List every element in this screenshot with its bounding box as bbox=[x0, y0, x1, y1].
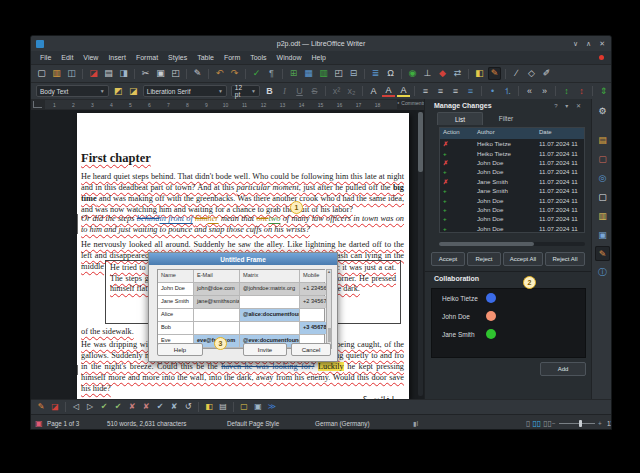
copy-icon[interactable]: ▣ bbox=[154, 67, 167, 80]
accessibility-check-icon[interactable]: ⓘ bbox=[595, 265, 610, 280]
tab-list[interactable]: List bbox=[437, 112, 483, 125]
menu-item[interactable]: Format bbox=[131, 54, 163, 61]
cut-icon[interactable]: ✂ bbox=[139, 67, 152, 80]
increase-indent-icon[interactable]: » bbox=[538, 85, 551, 98]
language-status[interactable]: German (Germany) bbox=[315, 415, 370, 430]
invite-button[interactable]: Invite bbox=[243, 343, 287, 356]
menu-item[interactable]: Tools bbox=[245, 54, 271, 61]
italic-icon[interactable]: I bbox=[278, 85, 291, 98]
record-changes-icon[interactable]: ✎ bbox=[35, 401, 47, 413]
contact-matrix-cell[interactable]: @johndoe:matrix.org bbox=[240, 283, 300, 295]
format-icon[interactable] bbox=[362, 86, 363, 96]
manage-changes-icon[interactable]: ✎ bbox=[595, 246, 610, 261]
contact-matrix-cell[interactable] bbox=[240, 296, 300, 308]
insert-image-icon[interactable]: ▦ bbox=[302, 67, 315, 80]
scrollbar-thumb[interactable] bbox=[328, 328, 332, 342]
new-document-icon[interactable]: ▢ bbox=[35, 67, 48, 80]
collaborator-row[interactable]: Heiko Tietze bbox=[432, 289, 585, 307]
insert-footnote-icon[interactable]: ⊥ bbox=[421, 67, 434, 80]
media-icon[interactable]: ▣ bbox=[595, 227, 610, 242]
collaborator-row[interactable]: Jane Smith bbox=[432, 325, 585, 343]
navigator-icon[interactable]: ◎ bbox=[595, 170, 610, 185]
underline-icon[interactable]: U bbox=[293, 85, 306, 98]
justify-icon[interactable]: ≡ bbox=[464, 85, 477, 98]
close-button[interactable]: ✕ bbox=[599, 40, 605, 47]
basic-shapes-icon[interactable]: ◇ bbox=[525, 67, 538, 80]
change-row[interactable]: ✗ Jane Smith 11.07.2024 11 bbox=[440, 177, 584, 186]
insert-bookmark-icon[interactable]: ◆ bbox=[436, 67, 449, 80]
new-style-icon[interactable]: ◪ bbox=[127, 85, 140, 98]
reject-all-icon[interactable]: ✘ bbox=[168, 401, 180, 413]
menu-item[interactable]: Table bbox=[192, 54, 219, 61]
zoom-out-button[interactable]: − bbox=[552, 415, 556, 430]
column-matrix[interactable]: Matrix bbox=[240, 270, 300, 282]
change-row[interactable]: + John Doe 11.07.2024 11 bbox=[440, 205, 584, 214]
contact-email-cell[interactable]: john@doe.com bbox=[194, 283, 240, 295]
track-toolbar-icon[interactable] bbox=[198, 402, 199, 412]
contact-email-cell[interactable] bbox=[194, 322, 240, 334]
bullet-list-icon[interactable]: • bbox=[486, 85, 499, 98]
decrease-indent-icon[interactable]: « bbox=[523, 85, 536, 98]
open-icon[interactable]: ▥ bbox=[50, 67, 63, 80]
contact-name-cell[interactable]: Jane Smith bbox=[158, 296, 194, 308]
toolbar-icon[interactable] bbox=[134, 69, 135, 79]
menu-item[interactable]: Styles bbox=[163, 54, 192, 61]
insert-chart-icon[interactable]: ▥ bbox=[317, 67, 330, 80]
toolbar-icon[interactable] bbox=[82, 69, 83, 79]
change-row[interactable]: + John Doe 11.07.2024 11 bbox=[440, 195, 584, 204]
column-action[interactable]: Action bbox=[440, 128, 474, 139]
selection-mode-icon[interactable]: ▮I bbox=[413, 415, 418, 430]
update-style-icon[interactable]: ◩ bbox=[112, 85, 125, 98]
column-date[interactable]: Date bbox=[536, 128, 584, 139]
accept-button[interactable]: Accept bbox=[431, 252, 465, 266]
table-scrollbar[interactable]: ▲ ▼ bbox=[326, 269, 332, 349]
page-count[interactable]: Page 1 of 3 bbox=[47, 415, 79, 430]
scrollbar-thumb[interactable] bbox=[418, 112, 423, 172]
change-row[interactable]: + Heiko Tietze 11.07.2024 11 bbox=[440, 148, 584, 157]
menu-item[interactable]: Help bbox=[306, 54, 330, 61]
subscript-icon[interactable]: x₂ bbox=[345, 85, 358, 98]
panel-help-icon[interactable]: ? ▾ ✕ bbox=[554, 102, 584, 109]
contact-matrix-cell[interactable]: @alice:documentfoundation bbox=[240, 309, 300, 321]
track-toolbar-icon[interactable] bbox=[65, 402, 66, 412]
column-mobile[interactable]: Mobile bbox=[300, 270, 326, 282]
contact-row[interactable]: Jane Smith jane@smithsonian.org +2 34567… bbox=[158, 296, 324, 309]
show-changes-icon[interactable]: ◪ bbox=[49, 401, 61, 413]
dialog-titlebar[interactable]: Untitled Frame bbox=[149, 253, 337, 265]
track-changes-icon[interactable]: ✎ bbox=[488, 67, 501, 80]
protect-changes-icon[interactable]: ▢ bbox=[238, 401, 250, 413]
track-toolbar-icon[interactable] bbox=[233, 402, 234, 412]
undo-icon[interactable]: ↶ bbox=[213, 67, 226, 80]
contact-mobile-cell[interactable] bbox=[300, 309, 326, 321]
toolbar-icon[interactable] bbox=[208, 69, 209, 79]
zoom-level[interactable]: 110% bbox=[607, 415, 612, 430]
zoom-slider[interactable] bbox=[559, 415, 595, 430]
format-icon[interactable] bbox=[325, 86, 326, 96]
document-scrollbar[interactable] bbox=[418, 112, 423, 396]
changes-hscrollbar[interactable] bbox=[439, 242, 585, 246]
contact-name-cell[interactable]: Bob bbox=[158, 322, 194, 334]
contact-name-cell[interactable]: John Doe bbox=[158, 283, 194, 295]
paste-icon[interactable]: ◰ bbox=[169, 67, 182, 80]
menu-item[interactable]: Edit bbox=[56, 54, 78, 61]
manage-track-changes-icon[interactable]: ▤ bbox=[217, 401, 229, 413]
contact-row[interactable]: Bob +3 456789 bbox=[158, 322, 324, 335]
reject-change-icon[interactable]: ✘ bbox=[126, 401, 138, 413]
change-row[interactable]: + John Doe 11.07.2024 11 bbox=[440, 224, 584, 233]
font-name-combo[interactable]: Liberation Serif ▼ bbox=[143, 85, 227, 97]
zoom-slider-handle[interactable] bbox=[579, 420, 582, 427]
maximize-button[interactable]: ∧ bbox=[586, 40, 591, 47]
toolbar-icon[interactable] bbox=[401, 69, 402, 79]
bold-icon[interactable]: B bbox=[263, 85, 276, 98]
align-left-icon[interactable]: ≡ bbox=[419, 85, 432, 98]
word-count[interactable]: 510 words, 2,631 characters bbox=[107, 415, 186, 430]
toolbar-icon[interactable] bbox=[186, 69, 187, 79]
contact-mobile-cell[interactable]: +2 345678 bbox=[300, 296, 326, 308]
single-page-view-icon[interactable]: ▯ bbox=[526, 419, 530, 428]
toolbar-icon[interactable] bbox=[364, 69, 365, 79]
strikethrough-icon[interactable]: S bbox=[308, 85, 321, 98]
scrollbar-thumb[interactable] bbox=[439, 242, 534, 246]
accept-change-icon[interactable]: ✔ bbox=[98, 401, 110, 413]
cancel-button[interactable]: Cancel bbox=[291, 343, 331, 356]
insert-field-icon[interactable]: ≣ bbox=[369, 67, 382, 80]
